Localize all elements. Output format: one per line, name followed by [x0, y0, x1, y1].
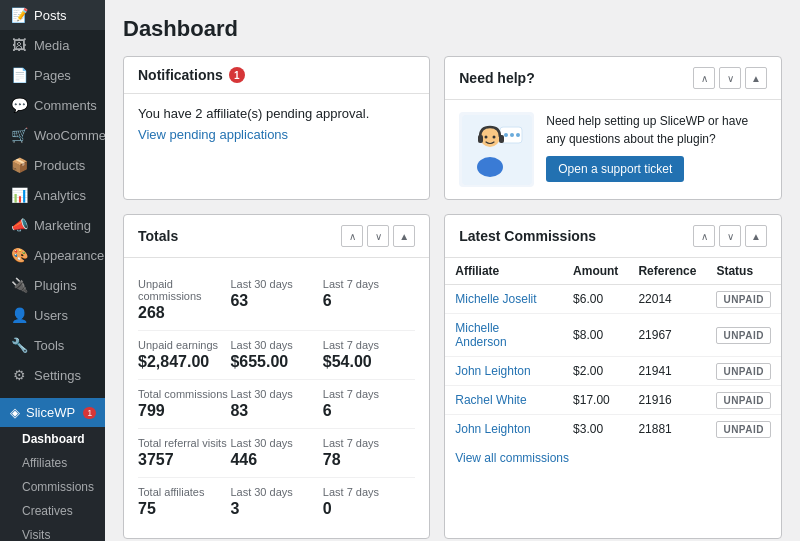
commission-reference: 21967 [628, 314, 706, 357]
table-row: John Leighton $2.00 21941 UNPAID [445, 357, 781, 386]
totals-label-30d: Last 30 days [230, 388, 322, 400]
sidebar-item-woocommerce[interactable]: 🛒 WooCommerce [0, 120, 105, 150]
totals-value: 268 [138, 304, 230, 322]
help-content: Need help setting up SliceWP or have any… [546, 112, 767, 182]
commissions-collapse-down[interactable]: ∨ [719, 225, 741, 247]
products-icon: 📦 [10, 156, 28, 174]
totals-value-30d: 63 [230, 292, 322, 310]
sidebar-item-comments[interactable]: 💬 Comments [0, 90, 105, 120]
slicewp-icon: ◈ [10, 405, 20, 420]
commission-reference: 21881 [628, 415, 706, 444]
totals-collapse-down[interactable]: ∨ [367, 225, 389, 247]
commissions-collapse-up[interactable]: ∧ [693, 225, 715, 247]
totals-collapse-up[interactable]: ∧ [341, 225, 363, 247]
svg-rect-7 [499, 135, 504, 143]
affiliate-link[interactable]: Michelle Joselit [455, 292, 536, 306]
sidebar-item-label: Plugins [34, 278, 77, 293]
status-badge: UNPAID [716, 327, 771, 344]
sidebar-item-plugins[interactable]: 🔌 Plugins [0, 270, 105, 300]
totals-cell-30d: Last 30 days 83 [230, 388, 322, 420]
slicewp-label: SliceWP [26, 405, 75, 420]
need-help-collapse-up[interactable]: ∧ [693, 67, 715, 89]
sidebar-item-analytics[interactable]: 📊 Analytics [0, 180, 105, 210]
affiliate-link[interactable]: John Leighton [455, 364, 530, 378]
main-content: Dashboard Notifications 1 You have 2 aff… [105, 0, 800, 541]
latest-commissions-panel: Latest Commissions ∧ ∨ ▲ AffiliateAmount… [444, 214, 782, 539]
sidebar-item-posts[interactable]: 📝 Posts [0, 0, 105, 30]
submenu-item-commissions[interactable]: Commissions [0, 475, 105, 499]
commissions-column-header: Affiliate [445, 258, 563, 285]
table-row: Total affiliates 75 Last 30 days 3 Last … [138, 478, 415, 526]
affiliate-link[interactable]: John Leighton [455, 422, 530, 436]
commission-reference: 21916 [628, 386, 706, 415]
table-row: John Leighton $3.00 21881 UNPAID [445, 415, 781, 444]
comments-icon: 💬 [10, 96, 28, 114]
sidebar-item-settings[interactable]: ⚙ Settings [0, 360, 105, 390]
submenu-item-dashboard[interactable]: Dashboard [0, 427, 105, 451]
commissions-controls: ∧ ∨ ▲ [693, 225, 767, 247]
status-badge: UNPAID [716, 363, 771, 380]
sidebar-item-marketing[interactable]: 📣 Marketing [0, 210, 105, 240]
commission-reference: 22014 [628, 285, 706, 314]
users-icon: 👤 [10, 306, 28, 324]
table-row: Unpaid earnings $2,847.00 Last 30 days $… [138, 331, 415, 380]
need-help-controls: ∧ ∨ ▲ [693, 67, 767, 89]
table-row: Unpaid commissions 268 Last 30 days 63 L… [138, 270, 415, 331]
totals-label-7d: Last 7 days [323, 486, 415, 498]
totals-label: Total commissions [138, 388, 230, 400]
sidebar-item-tools[interactable]: 🔧 Tools [0, 330, 105, 360]
need-help-collapse-down[interactable]: ∨ [719, 67, 741, 89]
totals-value: 75 [138, 500, 230, 518]
totals-value-7d: 6 [323, 402, 415, 420]
totals-close[interactable]: ▲ [393, 225, 415, 247]
sidebar-item-appearance[interactable]: 🎨 Appearance [0, 240, 105, 270]
sidebar-item-media[interactable]: 🖼 Media [0, 30, 105, 60]
totals-value-30d: $655.00 [230, 353, 322, 371]
help-illustration [459, 112, 534, 187]
totals-cell-30d: Last 30 days $655.00 [230, 339, 322, 371]
commission-affiliate: John Leighton [445, 415, 563, 444]
commission-amount: $17.00 [563, 386, 628, 415]
sidebar-item-users[interactable]: 👤 Users [0, 300, 105, 330]
notifications-message: You have 2 affiliate(s) pending approval… [138, 106, 415, 121]
totals-value: 3757 [138, 451, 230, 469]
commission-status: UNPAID [706, 357, 781, 386]
pages-icon: 📄 [10, 66, 28, 84]
sidebar-item-label: Pages [34, 68, 71, 83]
sidebar-item-label: Users [34, 308, 68, 323]
open-support-ticket-button[interactable]: Open a support ticket [546, 156, 684, 182]
posts-icon: 📝 [10, 6, 28, 24]
need-help-close[interactable]: ▲ [745, 67, 767, 89]
sidebar: 📝 Posts 🖼 Media 📄 Pages 💬 Comments 🛒 Woo… [0, 0, 105, 541]
affiliate-link[interactable]: Rachel White [455, 393, 526, 407]
totals-value-30d: 446 [230, 451, 322, 469]
commission-reference: 21941 [628, 357, 706, 386]
commissions-column-header: Amount [563, 258, 628, 285]
totals-label: Unpaid earnings [138, 339, 230, 351]
commission-affiliate: John Leighton [445, 357, 563, 386]
view-pending-link[interactable]: View pending applications [138, 127, 288, 142]
svg-rect-6 [478, 135, 483, 143]
table-row: Total referral visits 3757 Last 30 days … [138, 429, 415, 478]
slicewp-menu-header[interactable]: ◈ SliceWP 1 [0, 398, 105, 427]
sidebar-item-label: Tools [34, 338, 64, 353]
notifications-badge: 1 [229, 67, 245, 83]
sidebar-item-label: Posts [34, 8, 67, 23]
need-help-title: Need help? [459, 70, 534, 86]
svg-point-8 [477, 157, 503, 177]
submenu-item-affiliates[interactable]: Affiliates [0, 451, 105, 475]
media-icon: 🖼 [10, 36, 28, 54]
sidebar-item-pages[interactable]: 📄 Pages [0, 60, 105, 90]
view-all-commissions-link[interactable]: View all commissions [445, 451, 579, 475]
need-help-header: Need help? ∧ ∨ ▲ [445, 57, 781, 100]
tools-icon: 🔧 [10, 336, 28, 354]
sidebar-item-products[interactable]: 📦 Products [0, 150, 105, 180]
affiliate-link[interactable]: Michelle Anderson [455, 321, 506, 349]
commission-status: UNPAID [706, 285, 781, 314]
commissions-close[interactable]: ▲ [745, 225, 767, 247]
submenu-item-visits[interactable]: Visits [0, 523, 105, 541]
submenu-item-creatives[interactable]: Creatives [0, 499, 105, 523]
totals-cell-7d: Last 7 days 6 [323, 388, 415, 420]
middle-panels-row: Totals ∧ ∨ ▲ Unpaid commissions 268 Last… [123, 214, 782, 539]
help-svg [462, 115, 532, 185]
